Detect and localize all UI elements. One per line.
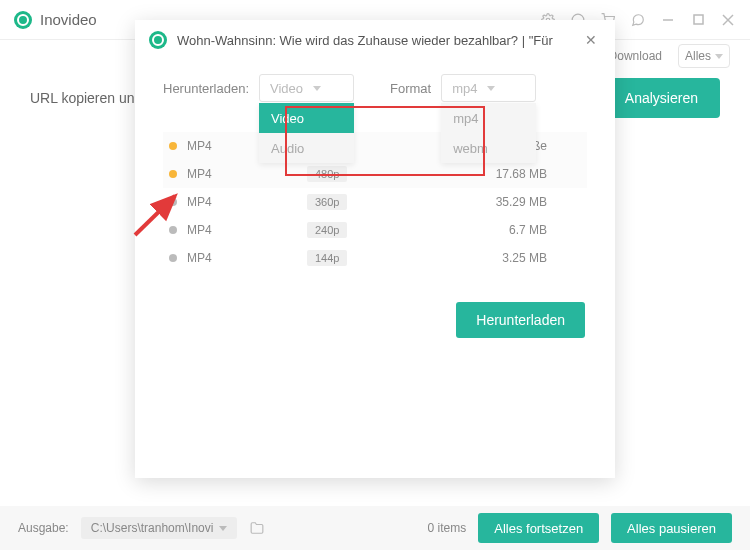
selection-dot xyxy=(169,226,177,234)
format-option-mp4[interactable]: mp4 xyxy=(441,103,536,133)
file-quality: 480p xyxy=(307,166,347,182)
file-format: MP4 xyxy=(187,223,307,237)
svg-rect-7 xyxy=(694,15,703,24)
download-modal: Wohn-Wahnsinn: Wie wird das Zuhause wied… xyxy=(135,20,615,478)
folder-icon[interactable] xyxy=(249,521,265,535)
file-format: MP4 xyxy=(187,195,307,209)
chevron-down-icon xyxy=(715,54,723,59)
close-icon[interactable] xyxy=(720,12,736,28)
tab-alles[interactable]: Alles xyxy=(678,44,730,68)
modal-title: Wohn-Wahnsinn: Wie wird das Zuhause wied… xyxy=(177,33,585,48)
url-label: URL kopieren un xyxy=(30,90,135,106)
chevron-down-icon xyxy=(487,86,495,91)
file-format: MP4 xyxy=(187,167,307,181)
format-select[interactable]: mp4 mp4 webm xyxy=(441,74,536,102)
chevron-down-icon xyxy=(219,526,227,531)
file-row[interactable]: MP4360p35.29 MB xyxy=(163,188,587,216)
file-size: 35.29 MB xyxy=(457,195,587,209)
app-name: Inovideo xyxy=(40,11,97,28)
file-row[interactable]: MP4480p17.68 MB xyxy=(163,160,587,188)
modal-close-icon[interactable]: ✕ xyxy=(585,32,601,48)
format-dropdown: mp4 webm xyxy=(441,103,536,163)
file-quality: 360p xyxy=(307,194,347,210)
download-type-dropdown: Video Audio xyxy=(259,103,354,163)
pause-all-button[interactable]: Alles pausieren xyxy=(611,513,732,543)
format-label: Format xyxy=(390,81,431,96)
file-quality: 240p xyxy=(307,222,347,238)
type-option-audio[interactable]: Audio xyxy=(259,133,354,163)
minimize-icon[interactable] xyxy=(660,12,676,28)
selection-dot xyxy=(169,170,177,178)
modal-logo xyxy=(149,31,167,49)
selection-dot xyxy=(169,198,177,206)
file-format: MP4 xyxy=(187,251,307,265)
download-button[interactable]: Herunterladen xyxy=(456,302,585,338)
selection-dot xyxy=(169,254,177,262)
resume-all-button[interactable]: Alles fortsetzen xyxy=(478,513,599,543)
format-option-webm[interactable]: webm xyxy=(441,133,536,163)
file-size: 6.7 MB xyxy=(457,223,587,237)
file-row[interactable]: MP4240p6.7 MB xyxy=(163,216,587,244)
comment-icon[interactable] xyxy=(630,12,646,28)
bottom-bar: Ausgabe: C:\Users\tranhom\Inovi 0 items … xyxy=(0,506,750,550)
type-option-video[interactable]: Video xyxy=(259,103,354,133)
file-quality: 144p xyxy=(307,250,347,266)
chevron-down-icon xyxy=(313,86,321,91)
download-type-label: Herunterladen: xyxy=(163,81,249,96)
output-label: Ausgabe: xyxy=(18,521,69,535)
selection-dot xyxy=(169,142,177,150)
maximize-icon[interactable] xyxy=(690,12,706,28)
analyze-button[interactable]: Analysieren xyxy=(603,78,720,118)
file-size: 3.25 MB xyxy=(457,251,587,265)
download-type-select[interactable]: Video Video Audio xyxy=(259,74,354,102)
file-size: 17.68 MB xyxy=(457,167,587,181)
items-count: 0 items xyxy=(428,521,467,535)
file-row[interactable]: MP4144p3.25 MB xyxy=(163,244,587,272)
app-logo xyxy=(14,11,32,29)
output-path-selector[interactable]: C:\Users\tranhom\Inovi xyxy=(81,517,238,539)
